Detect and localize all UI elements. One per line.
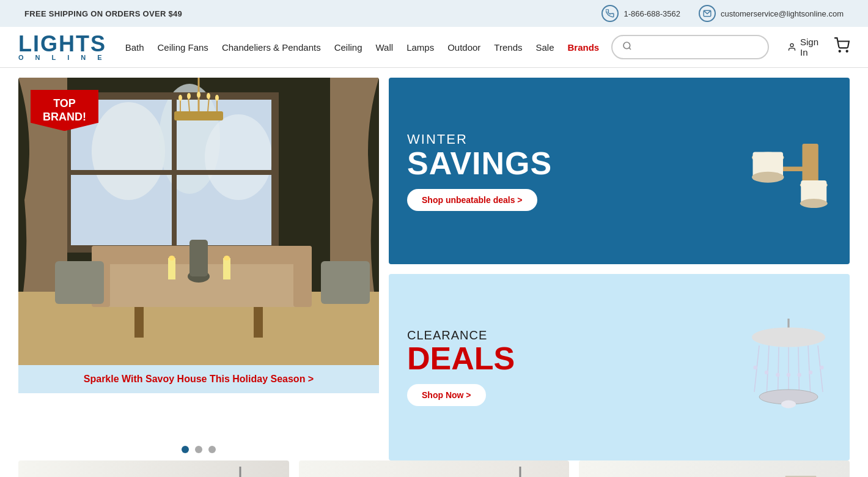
phone-number: 1-866-688-3562 (623, 9, 680, 18)
svg-point-55 (752, 327, 825, 347)
main-content: TOP BRAND! Sparkle With Savoy House This… (0, 68, 868, 477)
carousel-dot-2[interactable] (195, 446, 202, 453)
svg-rect-43 (189, 240, 208, 276)
promo-winter-cta[interactable]: Shop unbeatable deals > (407, 189, 537, 211)
svg-rect-33 (293, 246, 312, 307)
cart-icon (834, 37, 850, 53)
logo-container: LIGHTS O N L I N E (18, 33, 107, 61)
badge-line2: BRAND! (43, 111, 86, 124)
search-input[interactable] (637, 42, 758, 53)
hero-image: TOP BRAND! (18, 78, 379, 365)
promo-clearance[interactable]: CLEARANCE DEALS Shop Now > (389, 274, 850, 460)
promo-winter-image (727, 128, 850, 214)
header-right: Sign In (787, 37, 850, 57)
svg-point-66 (787, 372, 790, 376)
svg-point-29 (215, 95, 219, 101)
email-address: customerservice@lightsonline.com (721, 9, 844, 18)
promo-clearance-cta[interactable]: Shop Now > (407, 384, 486, 406)
svg-point-71 (781, 400, 796, 408)
svg-point-41 (224, 256, 230, 261)
brand-trade-winds-image (204, 467, 277, 477)
promo-winter-text: WINTER SAVINGS Shop unbeatable deals > (389, 113, 570, 229)
brand-card-craftmade[interactable]: CRAFTMADE (299, 460, 570, 477)
svg-rect-34 (55, 261, 104, 304)
contact-info: 1-866-688-3562 customerservice@lightsonl… (601, 5, 844, 22)
carousel-dot-1[interactable] (182, 446, 189, 453)
badge-line1: TOP (43, 97, 86, 111)
svg-point-8 (92, 102, 165, 200)
nav-bath[interactable]: Bath (125, 42, 144, 53)
nav-ceiling-fans[interactable]: Ceiling Fans (158, 42, 208, 53)
hero-left-container: TOP BRAND! Sparkle With Savoy House This… (18, 78, 379, 460)
svg-point-64 (765, 370, 768, 374)
nav-brands[interactable]: Brands (568, 42, 600, 53)
svg-point-25 (178, 95, 182, 101)
brand-card-visual-comfort[interactable]: VISUAL COMFORT STUDIO (579, 460, 850, 477)
nav-sale[interactable]: Sale (536, 42, 554, 53)
promo-winter-title-small: WINTER (407, 131, 552, 147)
svg-point-4 (839, 51, 840, 52)
nav-ceiling[interactable]: Ceiling (334, 42, 362, 53)
sign-in-link[interactable]: Sign In (787, 37, 822, 57)
svg-rect-38 (223, 258, 230, 279)
email-link[interactable]: customerservice@lightsonline.com (699, 5, 844, 22)
phone-icon (601, 5, 619, 22)
hero-left[interactable]: TOP BRAND! Sparkle With Savoy House This… (18, 78, 379, 438)
svg-point-26 (187, 93, 191, 99)
nav-trends[interactable]: Trends (494, 42, 522, 53)
chandelier-svg (740, 319, 837, 416)
nav-outdoor[interactable]: Outdoor (447, 42, 480, 53)
user-icon (787, 41, 796, 53)
logo-main: LIGHTS (18, 33, 106, 55)
nav-wall[interactable]: Wall (376, 42, 394, 53)
svg-point-69 (820, 365, 823, 369)
svg-point-39 (169, 256, 175, 261)
carousel-dot-3[interactable] (208, 446, 216, 453)
svg-point-65 (776, 372, 779, 376)
sign-in-label: Sign In (800, 37, 822, 57)
svg-rect-45 (779, 166, 804, 171)
carousel-dots (18, 438, 379, 460)
promo-clearance-text: CLEARANCE DEALS Shop Now > (389, 310, 533, 424)
nav-chandeliers[interactable]: Chandeliers & Pendants (222, 42, 321, 53)
promo-winter[interactable]: WINTER SAVINGS Shop unbeatable deals > (389, 78, 850, 264)
svg-rect-36 (168, 258, 175, 279)
hero-caption[interactable]: Sparkle With Savoy House This Holiday Se… (18, 365, 379, 393)
svg-point-27 (197, 92, 200, 98)
brand-section: TRADE WINDS CRAFTMADE VISUA (18, 460, 850, 477)
logo-link[interactable]: LIGHTS O N L I N E (18, 33, 107, 61)
cart-link[interactable] (834, 37, 850, 57)
logo-sub: O N L I N E (18, 54, 107, 61)
svg-point-63 (753, 365, 757, 369)
svg-point-78 (526, 473, 557, 477)
svg-line-2 (629, 48, 631, 50)
email-icon (699, 5, 716, 22)
hero-badge: TOP BRAND! (31, 90, 98, 131)
svg-point-48 (752, 171, 784, 182)
svg-point-67 (797, 372, 801, 376)
search-bar[interactable] (611, 35, 769, 59)
svg-point-52 (800, 199, 828, 208)
svg-rect-35 (321, 261, 370, 304)
search-icon (622, 41, 632, 53)
brand-visual-comfort-image (764, 467, 837, 477)
svg-point-28 (207, 93, 210, 99)
top-bar: FREE SHIPPING ON ORDERS OVER $49 1-866-6… (0, 0, 868, 27)
shipping-text: FREE SHIPPING ON ORDERS OVER $49 (24, 9, 182, 18)
svg-point-1 (623, 42, 630, 49)
phone-link[interactable]: 1-866-688-3562 (601, 5, 680, 22)
svg-rect-19 (174, 111, 223, 120)
brand-card-trade-winds[interactable]: TRADE WINDS (18, 460, 289, 477)
svg-point-5 (847, 51, 848, 52)
wall-sconce-svg (740, 135, 837, 208)
hero-section: TOP BRAND! Sparkle With Savoy House This… (18, 68, 850, 460)
promo-winter-title-large: SAVINGS (407, 147, 552, 179)
nav-lamps[interactable]: Lamps (406, 42, 434, 53)
promo-clearance-image (727, 312, 850, 423)
main-nav: Bath Ceiling Fans Chandeliers & Pendants… (125, 42, 600, 53)
svg-point-77 (484, 473, 515, 477)
hero-right: WINTER SAVINGS Shop unbeatable deals > (389, 78, 850, 460)
brand-craftmade-image (484, 467, 557, 477)
svg-point-10 (205, 114, 272, 200)
svg-point-68 (809, 370, 812, 374)
